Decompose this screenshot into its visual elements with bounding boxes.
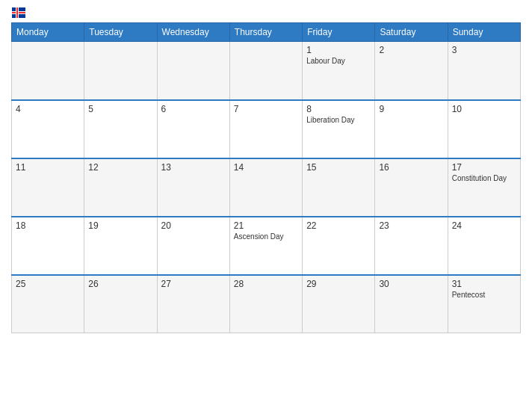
day-number: 13	[161, 162, 226, 173]
calendar-cell: 11	[12, 158, 84, 217]
weekday-header-wednesday: Wednesday	[157, 23, 229, 42]
calendar-cell	[12, 42, 84, 100]
calendar-cell: 12	[84, 158, 157, 217]
week-row-3: 11121314151617Constitution Day	[12, 158, 521, 217]
day-number: 7	[234, 104, 298, 114]
week-row-2: 45678Liberation Day910	[12, 100, 521, 158]
calendar-cell: 19	[84, 217, 157, 275]
day-number: 25	[16, 279, 80, 289]
weekday-header-monday: Monday	[12, 23, 84, 42]
day-number: 8	[306, 104, 371, 114]
calendar-cell: 28	[229, 275, 302, 333]
weekday-header-thursday: Thursday	[229, 23, 302, 42]
calendar-cell: 9	[375, 100, 448, 158]
day-number: 31	[452, 279, 516, 289]
calendar-cell	[229, 42, 302, 100]
calendar-cell: 22	[303, 217, 375, 275]
calendar-cell: 31Pentecost	[448, 275, 520, 333]
day-number: 6	[161, 104, 226, 114]
calendar-cell: 21Ascension Day	[229, 217, 302, 275]
week-row-5: 25262728293031Pentecost	[12, 275, 521, 333]
weekday-header-friday: Friday	[303, 23, 375, 42]
calendar-cell: 16	[375, 158, 448, 217]
day-number: 28	[234, 279, 298, 289]
day-number: 12	[88, 162, 152, 173]
weekday-header-sunday: Sunday	[448, 23, 520, 42]
calendar-cell: 27	[157, 275, 229, 333]
week-row-4: 18192021Ascension Day222324	[12, 217, 521, 275]
day-number: 26	[88, 279, 152, 289]
day-number: 4	[16, 104, 80, 114]
holiday-name: Ascension Day	[234, 232, 298, 241]
calendar-cell	[157, 42, 229, 100]
calendar-cell: 23	[375, 217, 448, 275]
day-number: 5	[88, 104, 152, 114]
day-number: 18	[16, 220, 80, 231]
day-number: 15	[306, 162, 371, 173]
week-row-1: 1Labour Day23	[12, 42, 521, 100]
calendar-cell: 2	[375, 42, 448, 100]
logo	[11, 7, 26, 18]
calendar-cell: 14	[229, 158, 302, 217]
calendar-cell: 26	[84, 275, 157, 333]
holiday-name: Pentecost	[452, 291, 516, 299]
day-number: 20	[161, 220, 226, 231]
weekday-header-saturday: Saturday	[375, 23, 448, 42]
calendar-cell: 18	[12, 217, 84, 275]
calendar-cell: 24	[448, 217, 520, 275]
day-number: 14	[234, 162, 298, 173]
calendar-cell: 10	[448, 100, 520, 158]
calendar-cell: 29	[303, 275, 375, 333]
calendar-cell: 8Liberation Day	[303, 100, 375, 158]
logo-flag-icon	[12, 7, 25, 18]
day-number: 29	[306, 279, 371, 289]
day-number: 11	[16, 162, 80, 173]
day-number: 1	[306, 45, 371, 55]
calendar-cell: 25	[12, 275, 84, 333]
day-number: 23	[379, 220, 443, 231]
calendar-cell: 13	[157, 158, 229, 217]
day-number: 27	[161, 279, 226, 289]
calendar-cell: 17Constitution Day	[448, 158, 520, 217]
calendar-cell: 15	[303, 158, 375, 217]
calendar-table: MondayTuesdayWednesdayThursdayFridaySatu…	[11, 22, 521, 333]
day-number: 2	[379, 45, 443, 55]
holiday-name: Labour Day	[306, 57, 371, 65]
day-number: 3	[452, 45, 516, 55]
day-number: 9	[379, 104, 443, 114]
day-number: 24	[452, 220, 516, 231]
day-number: 19	[88, 220, 152, 231]
holiday-name: Liberation Day	[306, 116, 371, 124]
top-bar	[11, 7, 521, 18]
calendar-cell	[84, 42, 157, 100]
calendar-cell: 3	[448, 42, 520, 100]
calendar-cell: 5	[84, 100, 157, 158]
calendar-cell: 1Labour Day	[303, 42, 375, 100]
day-number: 22	[306, 220, 371, 231]
calendar-cell: 7	[229, 100, 302, 158]
day-number: 17	[452, 162, 516, 173]
holiday-name: Constitution Day	[452, 174, 516, 182]
svg-rect-4	[16, 7, 18, 18]
day-number: 30	[379, 279, 443, 289]
day-number: 21	[234, 220, 298, 231]
day-number: 10	[452, 104, 516, 114]
calendar-cell: 4	[12, 100, 84, 158]
calendar-cell: 30	[375, 275, 448, 333]
calendar-cell: 20	[157, 217, 229, 275]
calendar-cell: 6	[157, 100, 229, 158]
weekday-header-tuesday: Tuesday	[84, 23, 157, 42]
weekday-header-row: MondayTuesdayWednesdayThursdayFridaySatu…	[12, 23, 521, 42]
day-number: 16	[379, 162, 443, 173]
